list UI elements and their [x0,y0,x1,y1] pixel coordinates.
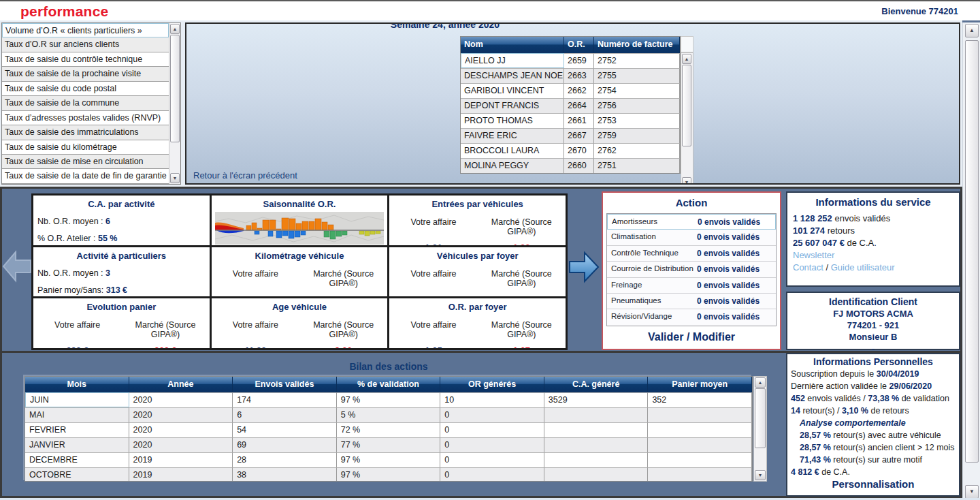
table-cell[interactable]: 352 [648,392,752,407]
table-cell[interactable]: 2753 [594,113,680,128]
table-cell[interactable]: 6 [233,407,337,422]
contact-link[interactable]: Contact [793,262,823,272]
menu-item-volume-or[interactable]: Volume d’O.R « clients particuliers » [2,23,169,37]
table-cell[interactable]: PROTO THOMAS [461,113,564,128]
menu-item-adresses-rnvp[interactable]: Taux d’adresses postales valides (RNVP) [2,111,169,125]
scroll-down-icon[interactable]: ▼ [755,470,766,480]
table-cell[interactable] [544,407,649,422]
table-cell[interactable]: 2660 [564,158,594,173]
table-cell[interactable]: 2019 [129,452,233,467]
action-row-revision-vidange[interactable]: Révision/Vidange 0 envois validés [607,309,776,325]
action-row-climatisation[interactable]: Climatisation 0 envois validés [607,230,776,245]
table-cell[interactable]: OCTOBRE [25,467,129,482]
table-cell[interactable]: DECEMBRE [25,452,129,467]
menu-item-mise-en-circulation[interactable]: Taux de saisie de mise en circulation [2,155,169,169]
scroll-up-icon[interactable]: ▲ [755,377,766,388]
menu-item-immatriculations[interactable]: Taux de saisie des immatriculations [2,125,169,140]
page-scrollbar[interactable]: ▲ ▼ [962,22,980,500]
table-cell[interactable]: 72 % [337,422,441,437]
scrollbar-thumb[interactable] [755,388,766,448]
column-header-annee[interactable]: Année [129,377,233,392]
scrollbar-thumb[interactable] [965,40,979,463]
validate-modify-button[interactable]: Valider / Modifier [603,331,780,343]
table-cell[interactable]: 2020 [129,422,233,437]
table-cell[interactable]: 2662 [564,83,594,98]
table-cell[interactable]: 0 [440,437,544,452]
scrollbar-thumb[interactable] [170,35,180,142]
table-cell[interactable]: 28 [233,452,337,467]
menu-item-taux-anciens-clients[interactable]: Taux d’O.R sur anciens clients [2,37,169,52]
table-cell[interactable]: 97 % [337,452,441,467]
table-cell[interactable] [648,407,752,422]
column-header-panier-moyen[interactable]: Panier moyen [648,377,752,392]
bilan-table-scrollbar[interactable]: ▲ ▼ [753,376,767,482]
table-cell[interactable] [648,467,752,482]
table-cell[interactable]: 54 [233,422,337,437]
table-cell[interactable]: FEVRIER [25,422,129,437]
table-cell[interactable]: FAIVRE ERIC [461,128,564,143]
column-header-pct-validation[interactable]: % de validation [337,377,441,392]
table-cell[interactable]: 0 [440,422,544,437]
table-cell[interactable]: GARIBOLI VINCENT [461,83,564,98]
table-cell[interactable]: 2020 [129,392,233,407]
back-link[interactable]: Retour à l'écran précédent [193,170,297,181]
action-row-amortisseurs[interactable]: Amortisseurs 0 envois validés [607,214,776,230]
menu-scrollbar[interactable]: ▲ ▼ [169,23,180,184]
table-cell[interactable]: 10 [440,392,544,407]
table-cell[interactable]: 0 [440,407,544,422]
menu-item-controle-technique[interactable]: Taux de saisie du contrôle technique [2,52,169,67]
table-cell[interactable]: 2661 [564,113,594,128]
table-cell[interactable]: MOLINA PEGGY [461,158,564,173]
table-cell[interactable]: 2670 [564,143,594,158]
table-cell[interactable]: MAI [25,407,129,422]
menu-item-code-postal[interactable]: Taux de saisie du code postal [2,82,169,96]
scroll-up-icon[interactable]: ▲ [682,54,691,64]
table-cell[interactable]: 97 % [337,392,441,407]
table-cell[interactable]: 2756 [594,98,680,113]
table-cell[interactable]: 2755 [594,68,680,83]
column-header-or[interactable]: O.R. [564,37,594,53]
action-row-controle-technique[interactable]: Contrôle Technique 0 envois validés [607,246,776,262]
previous-arrow-button[interactable] [2,249,32,285]
table-cell[interactable]: 2020 [129,407,233,422]
table-cell[interactable]: 0 [440,452,544,467]
column-header-ca-genere[interactable]: C.A. généré [544,377,649,392]
table-cell[interactable] [648,437,752,452]
next-arrow-button[interactable] [568,249,600,287]
table-cell[interactable]: DEPONT FRANCIS [461,98,564,113]
table-cell[interactable]: 97 % [337,467,441,482]
table-cell[interactable] [648,452,752,467]
table-cell[interactable] [544,467,649,482]
column-header-or-generes[interactable]: OR générés [440,377,544,392]
table-cell[interactable]: 2020 [129,437,233,452]
table-cell[interactable]: 2667 [564,128,594,143]
table-cell[interactable] [544,437,649,452]
table-cell[interactable]: 38 [233,467,337,482]
scroll-down-icon[interactable]: ▼ [170,173,180,183]
table-cell[interactable]: 2664 [564,98,594,113]
table-cell[interactable]: 2754 [594,83,680,98]
table-cell[interactable]: 0 [440,467,544,482]
table-cell[interactable]: 2659 [564,53,594,68]
table-cell[interactable]: 3529 [544,392,649,407]
table-cell[interactable] [648,422,752,437]
scroll-down-icon[interactable]: ▼ [682,177,691,185]
table-cell[interactable]: DESCHAMPS JEAN NOEL [461,68,564,83]
scroll-down-icon[interactable]: ▼ [965,485,979,499]
scroll-up-icon[interactable]: ▲ [170,24,180,34]
table-cell[interactable] [544,452,649,467]
column-header-nom[interactable]: Nom [461,37,564,53]
action-row-pneumatiques[interactable]: Pneumatiques 0 envois validés [607,294,776,309]
user-guide-link[interactable]: Guide utilisateur [831,262,895,272]
table-cell[interactable]: AIELLO JJ [461,53,564,68]
table-cell[interactable]: JUIN [25,392,129,407]
table-cell[interactable]: 5 % [337,407,441,422]
newsletter-link[interactable]: Newsletter [793,250,834,260]
table-cell[interactable]: JANVIER [25,437,129,452]
column-header-facture[interactable]: Numéro de facture [594,37,680,53]
menu-item-prochaine-visite[interactable]: Taux de saisie de la prochaine visite [2,67,169,81]
table-cell[interactable]: 2762 [594,143,680,158]
menu-item-fin-de-garantie[interactable]: Taux de saisie de la date de fin de gara… [2,169,169,183]
scroll-up-icon[interactable]: ▲ [965,24,979,37]
week-table-scrollbar[interactable]: ▲ ▼ [681,52,693,185]
